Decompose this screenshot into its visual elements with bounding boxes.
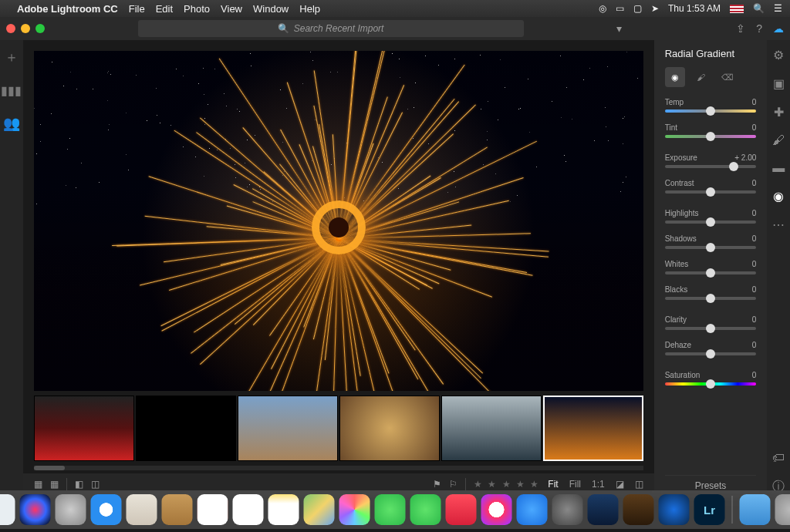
minimize-button[interactable] <box>21 24 30 33</box>
1password-icon[interactable] <box>659 494 690 525</box>
thumb-4[interactable] <box>339 396 440 461</box>
slider-label: Temp <box>665 98 684 106</box>
filmstrip-scrollbar[interactable] <box>34 466 643 470</box>
slider-clarity[interactable]: Clarity0 <box>665 315 757 330</box>
us-flag-icon[interactable] <box>730 5 744 13</box>
slider-exposure[interactable]: Exposure+ 2.00 <box>665 153 757 168</box>
notes-icon[interactable] <box>268 494 299 525</box>
menu-file[interactable]: File <box>129 3 145 15</box>
radial-gradient-icon[interactable]: ◉ <box>773 189 784 204</box>
location-icon[interactable]: ➤ <box>651 3 659 14</box>
slider-value: 0 <box>752 179 757 187</box>
calendar-icon[interactable] <box>198 494 228 525</box>
healing-brush-icon[interactable]: ✚ <box>774 105 784 120</box>
maps-icon[interactable] <box>304 494 335 525</box>
close-button[interactable] <box>6 24 15 33</box>
imovie-icon[interactable] <box>623 494 654 525</box>
filmstrip[interactable] <box>34 396 643 461</box>
slider-saturation[interactable]: Saturation0 <box>665 371 757 386</box>
compare-icon[interactable]: ◫ <box>635 479 643 490</box>
settings-icon[interactable] <box>552 494 583 525</box>
slider-contrast[interactable]: Contrast0 <box>665 179 757 194</box>
airplay-icon[interactable]: ▢ <box>633 3 642 14</box>
clock[interactable]: Thu 1:53 AM <box>668 3 721 14</box>
facetime-icon[interactable] <box>410 494 441 525</box>
magnet-icon[interactable] <box>588 494 619 525</box>
share-icon[interactable]: ⇪ <box>736 22 745 35</box>
linear-gradient-icon[interactable]: ▬ <box>772 161 785 175</box>
photos-icon[interactable] <box>339 494 370 525</box>
grid-large-icon[interactable]: ▦ <box>50 479 59 490</box>
crop-icon[interactable]: ▣ <box>773 76 785 91</box>
edit-sliders-icon[interactable]: ⚙ <box>773 48 784 62</box>
appstore-icon[interactable] <box>517 494 548 525</box>
slider-shadows[interactable]: Shadows0 <box>665 234 757 249</box>
help-icon[interactable]: ? <box>756 22 762 35</box>
lightroom-window: 🔍 Search Recent Import ▾ ⇪ ? ☁ ＋ ▮▮▮ 👥 <box>0 17 790 495</box>
mail-icon[interactable] <box>127 494 157 525</box>
slider-highlights[interactable]: Highlights0 <box>665 209 757 224</box>
histogram-icon[interactable]: ◪ <box>616 479 624 490</box>
search-input[interactable]: 🔍 Search Recent Import <box>138 20 524 37</box>
news-icon[interactable] <box>446 494 477 525</box>
thumb-3[interactable] <box>238 396 338 461</box>
star-rating[interactable]: ★ ★ ★ ★ ★ <box>474 479 540 490</box>
launchpad-icon[interactable] <box>56 494 86 525</box>
add-icon[interactable]: ＋ <box>5 48 19 66</box>
control-center-icon[interactable]: ☰ <box>774 3 782 14</box>
slider-whites[interactable]: Whites0 <box>665 260 757 274</box>
app-name[interactable]: Adobe Lightroom CC <box>17 3 118 15</box>
siri-icon[interactable] <box>20 494 51 525</box>
zoom-1-1[interactable]: 1:1 <box>592 479 605 490</box>
battery-icon[interactable]: ▭ <box>616 3 624 14</box>
thumb-5[interactable] <box>441 396 542 461</box>
zoom-button[interactable] <box>35 24 45 33</box>
reminders-icon[interactable] <box>233 494 264 525</box>
grid-small-icon[interactable]: ▦ <box>34 479 42 490</box>
erase-tool-icon[interactable]: ⌫ <box>717 67 738 87</box>
filter-icon[interactable]: ▾ <box>616 22 622 35</box>
contacts-icon[interactable] <box>162 494 193 525</box>
menu-photo[interactable]: Photo <box>184 3 210 15</box>
slider-blacks[interactable]: Blacks0 <box>665 285 757 300</box>
flag-pick-icon[interactable]: ⚑ <box>433 479 441 490</box>
creative-cloud-icon[interactable]: ◎ <box>599 3 606 14</box>
square-icon[interactable]: ◫ <box>91 479 100 490</box>
slider-label: Clarity <box>665 315 687 324</box>
detail-icon[interactable]: ◧ <box>75 479 83 490</box>
menu-edit[interactable]: Edit <box>156 3 173 15</box>
spark-ring-decor <box>312 200 366 254</box>
brush-tool-icon[interactable]: 🖌 <box>691 67 711 87</box>
spotlight-icon[interactable]: 🔍 <box>753 3 765 14</box>
window-titlebar: 🔍 Search Recent Import ▾ ⇪ ? ☁ <box>0 17 790 40</box>
lightroom-icon[interactable]: Lr <box>694 494 725 525</box>
slider-dehaze[interactable]: Dehaze0 <box>665 341 757 355</box>
thumb-6[interactable] <box>543 396 643 461</box>
trash-icon[interactable] <box>775 494 791 525</box>
flag-reject-icon[interactable]: ⚐ <box>449 479 457 490</box>
menu-help[interactable]: Help <box>299 3 320 15</box>
tag-icon[interactable]: 🏷 <box>772 451 785 465</box>
thumb-1[interactable] <box>34 396 134 461</box>
people-icon[interactable]: 👥 <box>3 115 20 132</box>
more-icon[interactable]: ⋯ <box>772 217 785 232</box>
slider-temp[interactable]: Temp0 <box>665 98 757 113</box>
safari-icon[interactable] <box>91 494 122 525</box>
photo-canvas[interactable] <box>34 51 643 391</box>
messages-icon[interactable] <box>375 494 406 525</box>
menu-view[interactable]: View <box>221 3 242 15</box>
radial-tool-icon[interactable]: ◉ <box>665 67 685 87</box>
cloud-sync-icon[interactable]: ☁ <box>773 22 784 35</box>
itunes-icon[interactable] <box>481 494 512 525</box>
zoom-fit[interactable]: Fit <box>548 479 558 490</box>
menu-window[interactable]: Window <box>253 3 289 15</box>
folder-icon[interactable] <box>740 494 771 525</box>
brush-icon[interactable]: 🖌 <box>772 133 785 147</box>
finder-icon[interactable] <box>0 494 15 525</box>
slider-value: 0 <box>752 341 757 349</box>
tool-rail: ⚙ ▣ ✚ 🖌 ▬ ◉ ⋯ 🏷 ⓘ <box>767 40 790 495</box>
library-icon[interactable]: ▮▮▮ <box>1 83 22 98</box>
slider-tint[interactable]: Tint0 <box>665 123 757 138</box>
thumb-2[interactable] <box>136 396 236 461</box>
zoom-fill[interactable]: Fill <box>569 479 581 490</box>
